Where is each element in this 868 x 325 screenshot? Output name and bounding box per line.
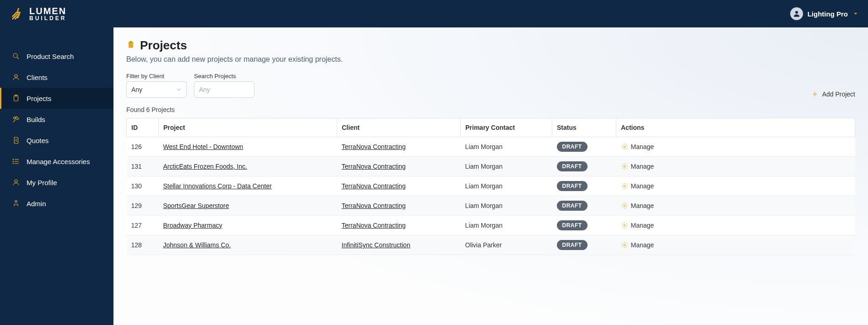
user-icon: [793, 10, 801, 18]
filter-search-label: Search Projects: [194, 73, 254, 80]
cell-contact: Liam Morgan: [461, 176, 552, 196]
clipboard-icon: [126, 39, 135, 52]
projects-table: ID Project Client Primary Contact Status…: [126, 118, 855, 255]
sidebar-item-projects[interactable]: Projects: [0, 88, 113, 109]
admin-icon: [12, 199, 20, 208]
sidebar-item-product-search[interactable]: Product Search: [0, 46, 113, 67]
filter-client-label: Filter by Client: [126, 73, 187, 80]
cell-project: West End Hotel - Downtown: [159, 137, 337, 157]
svg-point-11: [13, 159, 14, 160]
sidebar-item-clients[interactable]: Clients: [0, 67, 113, 88]
cell-status: DRAFT: [552, 157, 616, 176]
cell-contact: Olivia Parker: [461, 235, 552, 255]
svg-point-25: [624, 244, 625, 246]
svg-point-23: [624, 205, 625, 207]
manage-button[interactable]: Manage: [621, 182, 851, 190]
cell-actions: Manage: [616, 216, 855, 235]
client-link[interactable]: InfinitiSync Construction: [342, 241, 410, 249]
svg-rect-17: [130, 41, 132, 43]
cell-project: SportsGear Superstore: [159, 196, 337, 216]
cell-status: DRAFT: [552, 235, 616, 255]
filter-client-value: Any: [131, 86, 142, 93]
clipboard-icon: [12, 94, 20, 102]
filter-client-select[interactable]: Any: [126, 81, 187, 98]
gear-icon: [621, 222, 628, 229]
project-link[interactable]: West End Hotel - Downtown: [163, 143, 243, 150]
cell-status: DRAFT: [552, 176, 616, 196]
sidebar-item-label: Builds: [27, 116, 45, 123]
add-project-label: Add Project: [822, 91, 855, 98]
sidebar-item-admin[interactable]: Admin: [0, 193, 113, 214]
sidebar-item-label: Admin: [27, 200, 46, 208]
svg-point-12: [13, 161, 14, 162]
search-input[interactable]: [194, 81, 254, 98]
header-actions: Actions: [616, 118, 855, 137]
client-link[interactable]: TerraNova Contracting: [342, 182, 406, 190]
sidebar: Product Search Clients Projects Builds Q…: [0, 27, 113, 325]
project-link[interactable]: Johnson & Williams Co.: [163, 241, 231, 249]
cell-status: DRAFT: [552, 196, 616, 216]
table-row: 130 Stellar Innovations Corp - Data Cent…: [127, 176, 855, 196]
sidebar-item-label: Quotes: [27, 137, 49, 144]
manage-button[interactable]: Manage: [621, 241, 851, 249]
client-link[interactable]: TerraNova Contracting: [342, 143, 406, 150]
manage-button[interactable]: Manage: [621, 202, 851, 209]
project-link[interactable]: ArcticEats Frozen Foods, Inc.: [163, 163, 248, 170]
svg-point-3: [15, 75, 17, 77]
gear-icon: [621, 241, 628, 249]
cell-contact: Liam Morgan: [461, 196, 552, 216]
gear-icon: [621, 143, 628, 150]
page-header: Projects: [126, 38, 855, 53]
manage-label: Manage: [631, 222, 654, 229]
cell-contact: Liam Morgan: [461, 137, 552, 157]
svg-point-22: [624, 185, 625, 187]
status-badge: DRAFT: [557, 181, 588, 191]
topbar: LUMEN BUILDER Lighting Pro: [0, 0, 868, 27]
status-badge: DRAFT: [557, 161, 588, 171]
sidebar-item-label: Manage Accessories: [27, 158, 90, 165]
manage-button[interactable]: Manage: [621, 163, 851, 170]
status-badge: DRAFT: [557, 142, 588, 152]
sidebar-item-builds[interactable]: Builds: [0, 109, 113, 130]
filter-client-group: Filter by Client Any: [126, 73, 187, 98]
cell-project: Stellar Innovations Corp - Data Center: [159, 176, 337, 196]
project-link[interactable]: Stellar Innovations Corp - Data Center: [163, 182, 272, 190]
client-link[interactable]: TerraNova Contracting: [342, 163, 406, 170]
logo-text: LUMEN BUILDER: [29, 6, 66, 21]
sidebar-item-quotes[interactable]: Quotes: [0, 130, 113, 151]
manage-button[interactable]: Manage: [621, 143, 851, 150]
header-client: Client: [337, 118, 461, 137]
sidebar-item-my-profile[interactable]: My Profile: [0, 172, 113, 193]
user-menu[interactable]: Lighting Pro: [790, 7, 859, 20]
manage-label: Manage: [631, 182, 654, 190]
add-project-button[interactable]: Add Project: [811, 91, 855, 98]
sidebar-item-label: Clients: [27, 74, 48, 81]
avatar: [790, 7, 803, 20]
svg-line-2: [17, 57, 19, 59]
manage-label: Manage: [631, 143, 654, 150]
cell-actions: Manage: [616, 235, 855, 255]
project-link[interactable]: SportsGear Superstore: [163, 202, 229, 209]
gear-icon: [621, 202, 628, 209]
cell-contact: Liam Morgan: [461, 157, 552, 176]
sidebar-item-manage-accessories[interactable]: Manage Accessories: [0, 151, 113, 172]
project-link[interactable]: Broadway Pharmacy: [163, 222, 222, 229]
header-id: ID: [127, 118, 159, 137]
cell-actions: Manage: [616, 157, 855, 176]
tools-icon: [12, 115, 20, 123]
page-title: Projects: [140, 38, 187, 53]
client-link[interactable]: TerraNova Contracting: [342, 222, 406, 229]
manage-button[interactable]: Manage: [621, 222, 851, 229]
page-subtitle: Below, you can add new projects or manag…: [126, 55, 855, 64]
logo[interactable]: LUMEN BUILDER: [10, 6, 66, 21]
cell-client: InfinitiSync Construction: [337, 235, 461, 255]
table-row: 127 Broadway Pharmacy TerraNova Contract…: [127, 216, 855, 235]
cell-project: ArcticEats Frozen Foods, Inc.: [159, 157, 337, 176]
svg-point-24: [624, 224, 625, 226]
cell-project: Johnson & Williams Co.: [159, 235, 337, 255]
table-row: 131 ArcticEats Frozen Foods, Inc. TerraN…: [127, 157, 855, 176]
client-link[interactable]: TerraNova Contracting: [342, 202, 406, 209]
cell-contact: Liam Morgan: [461, 216, 552, 235]
profile-icon: [12, 178, 20, 186]
svg-point-14: [15, 180, 17, 182]
